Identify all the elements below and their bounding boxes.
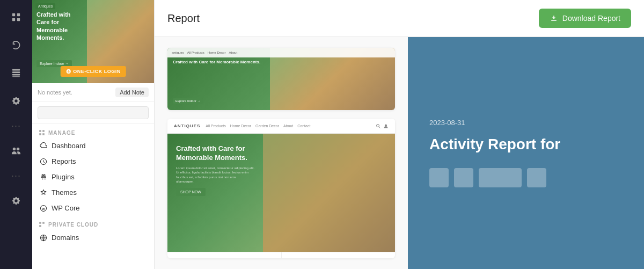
main-header: Report Download Report — [155, 0, 644, 37]
add-note-button[interactable]: Add Note — [115, 88, 149, 97]
report-date: 2023-08-31 — [429, 119, 623, 127]
icon-bar: ··· ··· — [0, 0, 32, 269]
report-heading: Activity Report for — [429, 135, 623, 154]
large-nav-links: All Products Home Decor Garden Decor Abo… — [206, 124, 310, 128]
main-content: Report Download Report antiques All Prod… — [155, 0, 644, 269]
globe-icon — [40, 234, 47, 242]
mini-hero-title: Crafted with Care for Memorable Moments. — [173, 60, 265, 65]
report-block-4 — [527, 168, 546, 187]
theme-icon — [40, 189, 47, 197]
users-icon[interactable] — [8, 142, 25, 159]
svg-rect-5 — [12, 71, 20, 73]
large-footer-strip: Explore Indoor → Explore Outdoor → — [167, 252, 395, 258]
private-cloud-label: PRIVATE CLOUD — [32, 216, 154, 230]
preview-tag: Antiques — [35, 3, 55, 9]
svg-rect-20 — [39, 225, 41, 227]
notes-bar: No notes yet. Add Note — [32, 83, 154, 102]
explore-outdoor-footer-btn[interactable]: Explore Outdoor → — [282, 252, 396, 258]
more-dots: ··· — [11, 120, 21, 132]
svg-rect-18 — [39, 222, 41, 224]
sidebar-item-wpcore[interactable]: W WP Core — [32, 200, 154, 216]
manage-label: MANAGE — [32, 124, 154, 138]
large-hero-right — [263, 134, 395, 252]
explore-indoor-footer-btn[interactable]: Explore Indoor → — [167, 252, 282, 258]
svg-rect-6 — [12, 74, 20, 76]
report-preview-area: antiques All Products Home Decor About C… — [155, 37, 408, 269]
mini-explore-btn: Explore Indoor → — [173, 98, 203, 104]
more-dots-2: ··· — [11, 170, 21, 181]
themes-label: Themes — [52, 188, 77, 197]
activity-report-panel: 2023-08-31 Activity Report for — [408, 37, 644, 269]
sidebar-item-dashboard[interactable]: Dashboard — [32, 138, 154, 154]
svg-rect-3 — [17, 18, 20, 21]
svg-rect-15 — [44, 175, 45, 176]
svg-rect-12 — [42, 133, 45, 135]
sidebar: Antiques Crafted with Care for Memorable… — [32, 0, 155, 269]
page-title: Report — [167, 12, 200, 25]
wp-icon: W — [40, 205, 47, 212]
download-report-button[interactable]: Download Report — [539, 9, 631, 28]
reports-label: Reports — [52, 157, 76, 165]
report-block-1 — [429, 168, 449, 187]
sidebar-item-themes[interactable]: Themes — [32, 185, 154, 200]
sidebar-nav: MANAGE Dashboard Reports Plugins Themes … — [32, 124, 154, 269]
svg-rect-0 — [12, 13, 15, 16]
grid-icon[interactable] — [8, 9, 25, 26]
settings2-icon[interactable] — [8, 192, 25, 209]
large-preview-card: ANTIQUES All Products Home Decor Garden … — [167, 119, 395, 258]
search-area — [32, 102, 154, 124]
large-nav: ANTIQUES All Products Home Decor Garden … — [167, 119, 395, 134]
large-nav-icons — [376, 123, 389, 129]
report-icon — [40, 158, 47, 165]
svg-rect-2 — [12, 18, 15, 21]
mini-nav-logo: antiques — [172, 51, 184, 54]
shop-now-btn[interactable]: SHOP NOW — [176, 188, 206, 196]
large-hero-desc: Lorem ipsum dolor sit amet, consectetur … — [176, 166, 254, 184]
one-click-login-btn[interactable]: ONE-CLICK LOGIN — [60, 66, 126, 77]
site-preview: Antiques Crafted with Care for Memorable… — [32, 0, 154, 83]
sidebar-item-plugins[interactable]: Plugins — [32, 169, 154, 185]
svg-rect-11 — [39, 133, 41, 135]
plugin-icon — [40, 173, 47, 181]
svg-point-22 — [377, 124, 379, 127]
main-body: antiques All Products Home Decor About C… — [155, 37, 644, 269]
sidebar-item-reports[interactable]: Reports — [32, 154, 154, 169]
report-blocks — [429, 168, 623, 187]
mini-preview-card: antiques All Products Home Decor About C… — [167, 48, 395, 110]
wpcore-label: WP Core — [52, 204, 80, 212]
svg-rect-7 — [12, 76, 20, 77]
download-icon — [550, 14, 558, 23]
cloud-icon — [40, 142, 47, 150]
gear-icon[interactable] — [8, 92, 25, 110]
preview-title: Crafted with Care for Memorable Moments. — [36, 11, 79, 41]
svg-point-23 — [385, 124, 387, 126]
large-hero-title: Crafted with Care for Memorable Moments. — [176, 144, 254, 163]
large-nav-logo: ANTIQUES — [174, 123, 200, 128]
search-input[interactable] — [38, 106, 149, 119]
svg-rect-9 — [39, 130, 41, 132]
svg-rect-1 — [17, 13, 20, 16]
svg-rect-4 — [12, 69, 20, 71]
mini-nav-bar: antiques All Products Home Decor About — [167, 48, 395, 57]
svg-rect-19 — [42, 222, 45, 224]
domains-label: Domains — [52, 234, 79, 242]
notes-placeholder: No notes yet. — [38, 89, 72, 96]
large-hero-left: Crafted with Care for Memorable Moments.… — [167, 134, 263, 252]
svg-rect-10 — [42, 130, 45, 132]
large-hero: Crafted with Care for Memorable Moments.… — [167, 134, 395, 252]
plugins-label: Plugins — [52, 173, 75, 181]
report-block-2 — [454, 168, 473, 187]
svg-text:W: W — [42, 207, 45, 210]
sidebar-item-domains[interactable]: Domains — [32, 230, 154, 245]
dashboard-label: Dashboard — [52, 142, 86, 150]
login-btn-label: ONE-CLICK LOGIN — [73, 69, 121, 74]
table-icon[interactable] — [8, 64, 25, 82]
report-block-3 — [479, 168, 522, 187]
refresh-icon[interactable] — [8, 37, 25, 54]
